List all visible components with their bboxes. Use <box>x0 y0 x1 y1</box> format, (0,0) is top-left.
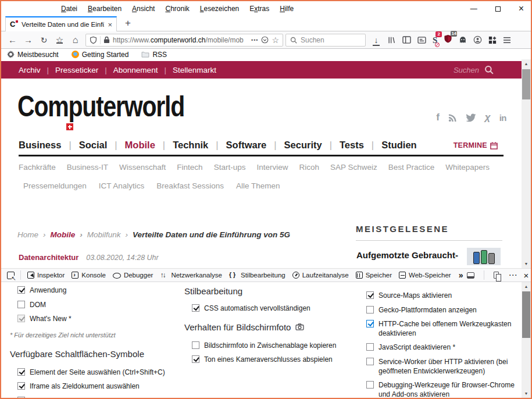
sidebar-toggle-icon[interactable] <box>402 36 411 44</box>
menu-item[interactable]: Extras <box>249 5 269 13</box>
dock-bottom-icon[interactable] <box>467 272 474 279</box>
library-icon[interactable] <box>387 36 396 44</box>
scroll-down-icon[interactable]: ▼ <box>522 389 531 398</box>
devtools-close-icon[interactable]: × <box>523 270 529 280</box>
checkbox[interactable] <box>192 355 199 363</box>
back-icon[interactable]: ← <box>5 35 20 45</box>
bookmark-rss[interactable]: RSS <box>141 51 167 59</box>
facebook-icon[interactable]: f <box>436 112 440 123</box>
ghost-mask-icon[interactable] <box>459 36 467 44</box>
url-text[interactable]: https://www.computerworld.ch/mobile/mob <box>113 36 248 44</box>
downloads-icon[interactable]: ↓ <box>372 35 381 45</box>
window-close-button[interactable]: × <box>519 3 524 14</box>
forward-icon[interactable]: → <box>20 35 36 45</box>
sub-nav-item[interactable]: Pressemeldungen <box>23 181 87 190</box>
sidebar-article-title[interactable]: Aufgemotzte Gebraucht- <box>356 250 458 260</box>
site-logo[interactable]: Computerworld <box>17 92 184 121</box>
main-nav-item[interactable]: Mobile <box>125 140 173 151</box>
devtools-tab[interactable]: Speicher <box>352 269 395 282</box>
sub-nav-item[interactable]: Start-ups <box>214 163 246 172</box>
search-input[interactable] <box>301 36 359 44</box>
article-category-link[interactable]: Datenarchitektur <box>19 253 78 262</box>
main-nav-item[interactable]: Tests <box>340 140 381 151</box>
pick-element-icon[interactable] <box>7 272 15 279</box>
pocket-icon[interactable] <box>261 36 269 44</box>
scroll-up-icon[interactable]: ▲ <box>522 282 531 291</box>
menu-item[interactable]: Datei <box>61 5 77 13</box>
account-icon[interactable] <box>473 35 482 44</box>
sub-nav-item[interactable]: Business-IT <box>67 163 108 172</box>
main-nav-item[interactable]: Studien <box>381 140 417 151</box>
bookmark-tray-icon[interactable]: ☆ <box>52 35 67 45</box>
minimize-button[interactable]: — <box>470 5 477 13</box>
responsive-mode-icon[interactable] <box>494 272 499 279</box>
sub-nav-item[interactable]: Alle Themen <box>236 181 280 190</box>
devtools-scrollbar[interactable]: ▲ ▼ <box>522 282 531 398</box>
checkbox[interactable] <box>366 306 374 314</box>
page-scrollbar[interactable]: ▲ ▼ <box>522 59 531 268</box>
menu-item[interactable]: Bearbeiten <box>88 5 122 13</box>
sub-nav-item[interactable]: Fachkräfte <box>19 163 56 172</box>
twitter-icon[interactable] <box>466 113 476 122</box>
main-nav-item[interactable]: Software <box>226 140 284 151</box>
sub-nav-item[interactable]: ICT Analytics <box>99 181 145 190</box>
scrollbar-thumb[interactable] <box>522 291 530 338</box>
checkbox[interactable] <box>17 397 25 398</box>
extension-s-icon[interactable]: S 2 <box>433 35 437 45</box>
devtools-overflow-icon[interactable]: » <box>455 270 467 280</box>
rss-icon[interactable] <box>448 113 457 122</box>
checkbox[interactable] <box>366 381 374 389</box>
utility-nav-item[interactable]: Abonnement <box>113 66 173 74</box>
reload-icon[interactable]: ↻ <box>36 35 52 45</box>
adblock-shield-icon[interactable]: 14 <box>444 34 452 45</box>
bookmark-meistbesucht[interactable]: Meistbesucht <box>7 51 59 59</box>
sub-nav-item[interactable]: Wissenschaft <box>119 163 166 172</box>
browser-tab[interactable]: C Verteilte Daten und die Einführ × <box>5 16 117 31</box>
menu-item[interactable]: Hilfe <box>280 5 294 13</box>
linkedin-icon[interactable]: in <box>499 113 506 123</box>
checkbox[interactable] <box>17 315 25 322</box>
devtools-tab[interactable]: Web-Speicher <box>395 269 455 282</box>
checkbox[interactable] <box>366 320 374 327</box>
checkbox[interactable] <box>17 286 25 294</box>
tracking-shield-icon[interactable] <box>90 36 97 44</box>
sub-nav-item[interactable]: Best Practice <box>388 163 435 172</box>
lock-icon[interactable] <box>103 36 110 44</box>
checkbox[interactable] <box>17 382 25 390</box>
devtools-tab[interactable]: Laufzeitanalyse <box>289 269 352 282</box>
hamburger-menu-icon[interactable] <box>503 37 511 44</box>
utility-nav-item[interactable]: Presseticker <box>55 66 113 74</box>
tab-close-icon[interactable]: × <box>108 20 112 29</box>
bookmark-getting-started[interactable]: Getting Started <box>72 51 129 59</box>
checkbox[interactable] <box>192 304 199 312</box>
devtools-menu-icon[interactable]: ⋯ <box>508 270 517 280</box>
new-tab-button[interactable]: + <box>125 17 131 29</box>
menu-item[interactable]: Ansicht <box>132 5 155 13</box>
search-box[interactable] <box>285 34 366 47</box>
site-search[interactable]: Suchen <box>454 61 494 79</box>
main-nav-item[interactable]: Social <box>79 140 125 151</box>
sub-nav-item[interactable]: Breakfast Sessions <box>156 181 224 190</box>
breadcrumb-item[interactable]: Home <box>17 230 51 239</box>
devtools-tab[interactable]: Stilbearbeitung <box>226 269 289 282</box>
checkbox[interactable] <box>192 341 199 349</box>
bookmark-star-icon[interactable]: ☆ <box>272 35 279 45</box>
devtools-tab[interactable]: Inspektor <box>24 269 68 282</box>
termine-link[interactable]: TERMINE <box>454 141 498 149</box>
extensions-grid-icon[interactable] <box>488 36 497 44</box>
reading-list-icon[interactable] <box>417 37 426 44</box>
checkbox[interactable] <box>366 343 374 351</box>
sub-nav-item[interactable]: Ricoh <box>299 163 319 172</box>
sub-nav-item[interactable]: Interview <box>256 163 288 172</box>
scrollbar-thumb[interactable] <box>522 69 530 99</box>
breadcrumb-item[interactable]: Mobile <box>51 230 87 239</box>
xing-icon[interactable]: χ <box>485 112 491 123</box>
checkbox[interactable] <box>366 291 374 299</box>
utility-nav-item[interactable]: Archiv <box>19 66 55 74</box>
site-search-icon[interactable] <box>484 65 494 74</box>
menu-item[interactable]: Chronik <box>165 5 189 13</box>
devtools-tab[interactable]: Konsole <box>68 269 109 282</box>
breadcrumb-item[interactable]: Mobilfunk <box>87 230 133 239</box>
page-actions-icon[interactable]: ••• <box>251 37 258 43</box>
sub-nav-item[interactable]: Whitepapers <box>445 163 490 172</box>
